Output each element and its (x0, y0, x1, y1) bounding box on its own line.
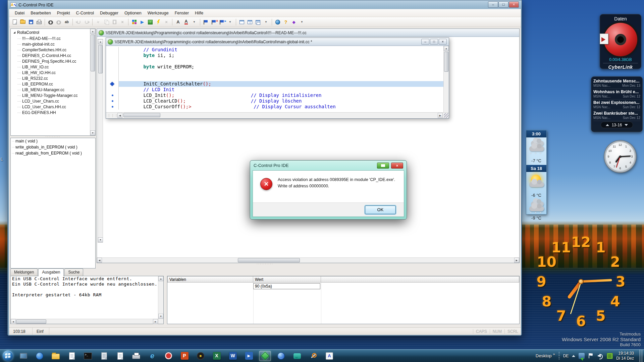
window-menu-icon[interactable]: ▼ (262, 18, 270, 26)
menu-item-hilfe[interactable]: Hilfe (192, 10, 206, 16)
taskbar-item-web-browser[interactable] (275, 351, 287, 361)
taskbar-item-security-app[interactable] (195, 351, 206, 361)
chevron-icon[interactable]: » (553, 352, 555, 356)
code-line-4[interactable]: byte write_EEPROM; (106, 64, 443, 70)
tab-ausgaben[interactable]: Ausgaben (38, 268, 64, 276)
program-transfer-icon[interactable]: ↑ (147, 18, 154, 26)
search-icon[interactable] (47, 18, 54, 26)
font-icon[interactable]: A (174, 18, 182, 26)
code-line-8[interactable]: // LCD Init (106, 87, 443, 93)
value-column-header[interactable]: Wert (253, 276, 321, 283)
bookmark-set-icon[interactable] (202, 18, 210, 26)
tree-item-lib-menu-manager-cc[interactable]: LIB_MENU-Manager.cc (11, 87, 95, 93)
scroll-thumb[interactable] (16, 319, 46, 324)
tree-item-read-me-cc[interactable]: !!!---READ-ME---!!!.cc (11, 36, 95, 41)
syntax-color-icon[interactable]: A (182, 18, 190, 26)
action-center-flag-icon[interactable] (588, 353, 594, 359)
taskbar-item-excel[interactable]: X (211, 351, 222, 361)
scroll-thumb[interactable] (123, 113, 160, 117)
menu-item-fenster[interactable]: Fenster (172, 10, 192, 16)
taskbar-item-windows-explorer[interactable] (50, 351, 61, 361)
breakpoint-gutter[interactable] (106, 58, 119, 64)
variables-column-header[interactable]: Variablen (167, 276, 253, 283)
breakpoint-gutter[interactable] (106, 64, 119, 70)
bottom-splitter[interactable]: ·········· (10, 263, 520, 268)
taskbar-item-word[interactable]: W (227, 351, 238, 361)
tree-item-lcd-user-chars-cc[interactable]: LCD_User_Chars.cc (11, 98, 95, 104)
code-line-5[interactable] (106, 70, 443, 75)
taskbar-item-system-monitor[interactable] (18, 351, 29, 361)
menu-item-werkzeuge[interactable]: Werkzeuge (145, 10, 172, 16)
mdi-hscrollbar[interactable]: ◀ ▶ (97, 257, 519, 263)
show-desktop-button[interactable] (639, 350, 643, 362)
taskbar-item-command-prompt[interactable]: >_ (82, 351, 94, 361)
tree-root-node[interactable]: RollaControl (11, 29, 95, 36)
bookmark-menu-icon[interactable]: ▼ (226, 18, 234, 26)
function-item-read-globals-from-eeprom-void[interactable]: read_globals_from_EEPROM ( void ) (11, 150, 95, 156)
scroll-thumb[interactable] (444, 52, 448, 72)
child-maximize-button[interactable]: □ (430, 39, 438, 45)
tree-item-defines-proj-specific-hh-cc[interactable]: DEFINES_Proj.Specific.HH.cc (11, 58, 95, 64)
bookmark-next-icon[interactable] (218, 18, 226, 26)
taskbar-item-internet-explorer[interactable]: e (147, 351, 158, 361)
tree-item-lib-eeprom-cc[interactable]: LIB_EEPROM.cc (11, 81, 95, 87)
child-close-button[interactable]: × (439, 39, 447, 45)
replace-icon[interactable]: ab (63, 18, 70, 26)
editor-vscrollbar[interactable]: ▲ (443, 46, 449, 112)
tree-item-lib-hw-io-cc[interactable]: LIB_HW_IO.cc (11, 64, 95, 70)
breakpoint-gutter[interactable] (106, 104, 119, 110)
news-pager[interactable]: 13-16 (601, 122, 633, 128)
breakpoint-gutter[interactable] (106, 75, 119, 81)
dialog-close-button[interactable]: × (391, 163, 403, 169)
dialog-print-button[interactable] (377, 163, 389, 169)
taskbar-item-media-player[interactable]: ▶ (243, 351, 255, 361)
open-file-icon[interactable] (19, 18, 26, 26)
output-hscrollbar[interactable]: ◀ ▶ (11, 319, 158, 324)
ide-titlebar[interactable]: A∿ C-Control Pro IDE – □ × (8, 0, 522, 9)
code-line-2[interactable]: byte ii, i; (106, 53, 443, 58)
taskbar-clock[interactable]: 19:14:33 Di 14 Dez (616, 351, 636, 361)
code-line-9[interactable]: LCD_Init(); // Display initialisieren (106, 93, 443, 98)
window-tile-v-icon[interactable] (246, 18, 254, 26)
tree-item-eg1-defines-hh[interactable]: EG1-DEFINES.HH (11, 110, 95, 115)
news-item[interactable]: Zehntausende Mensc...MSN Nac...Mon Dec 1… (593, 78, 640, 89)
scroll-right-icon[interactable]: ▶ (438, 113, 443, 118)
tree-item-main-global-init-cc[interactable]: main-global-init.cc (11, 41, 95, 47)
code-line-3[interactable] (106, 58, 443, 64)
web-update-icon[interactable] (274, 18, 281, 26)
menu-item-datei[interactable]: Datei (12, 10, 28, 16)
editor-hscrollbar[interactable]: ⋮⋮⋮ ◀ ▶ (106, 112, 449, 118)
output-vscrollbar[interactable]: ▲ ▼ (158, 276, 163, 324)
tray-app-icon[interactable] (579, 353, 585, 359)
breakpoint-gutter[interactable] (106, 98, 119, 104)
output-panel[interactable]: Ein USB C-Control Interface wurde entfer… (10, 276, 164, 324)
weather-gadget[interactable]: 3:00 * * * -7 °C Sa 18 -6 °C * * * -9 °C (526, 130, 547, 215)
close-button[interactable]: × (509, 1, 519, 8)
window-tile-h-icon[interactable] (238, 18, 246, 26)
maximize-button[interactable]: □ (498, 1, 508, 8)
child-minimize-button[interactable]: – (421, 39, 429, 45)
function-item-main-void[interactable]: main ( void ) (11, 138, 95, 144)
dialog-titlebar[interactable]: C-Control Pro IDE × (250, 161, 407, 170)
scroll-up-icon[interactable]: ▲ (158, 276, 163, 281)
code-line-10[interactable]: LCD_ClearLCD(); // Display löschen (106, 98, 443, 104)
breakpoint-gutter[interactable] (106, 70, 119, 75)
breakpoint-icon[interactable] (110, 82, 114, 86)
taskbar-item-signal-analyzer[interactable]: A (324, 351, 335, 361)
code-editor[interactable]: // Grundinit byte ii, i; byte write_EEPR… (106, 46, 443, 112)
news-item[interactable]: Bei zwei Explosionen...MSN Nac...Sun Dec… (593, 100, 640, 110)
goto-icon[interactable]: ◆ (290, 18, 298, 26)
editor-titlebar[interactable]: \\SERVER-JO\Entwicklung\Programming\c-co… (106, 38, 449, 46)
language-indicator[interactable]: DE (563, 354, 569, 358)
news-item[interactable]: Zwei Bankräuber ste...MSN Nac...Sun Dec … (593, 110, 640, 121)
menu-item-projekt[interactable]: Projekt (54, 10, 73, 16)
font-menu-icon[interactable]: ▼ (191, 18, 198, 26)
window-cascade-icon[interactable] (254, 18, 262, 26)
taskbar-item-chat-app[interactable] (291, 351, 303, 361)
menu-item-debugger[interactable]: Debugger (97, 10, 121, 16)
back-editor-scrollbar[interactable]: ▲ ▼ (98, 39, 103, 243)
run-icon[interactable]: ▶ (139, 18, 146, 26)
pager-up-icon[interactable] (606, 124, 609, 126)
variable-value-field[interactable]: 90 (0x5a) (253, 283, 320, 289)
tree-item-defines-c-control-hh-cc[interactable]: DEFINES_C-Control.HH.cc (11, 53, 95, 58)
